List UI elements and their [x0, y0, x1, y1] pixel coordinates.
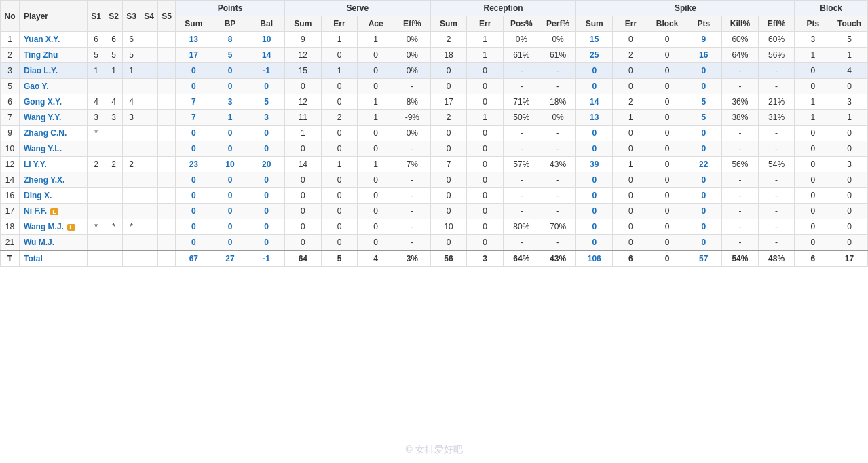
subheader-kill: Kill% [722, 16, 759, 32]
subheader-spk-pts: Pts [685, 16, 722, 32]
subheader-blk-pts: Pts [795, 16, 831, 32]
table-row: 12Li Y.Y.22223102014117%7057%43%39102256… [1, 157, 868, 172]
subheader-touch: Touch [831, 16, 868, 32]
table-row: 9Zhang C.N.*0001000%00--0000--00 [1, 126, 868, 141]
subheader-srv-eff: Eff% [394, 16, 431, 32]
header-reception: Reception [430, 1, 576, 16]
stats-table: No Player S1 S2 S3 S4 S5 Points Serve Re… [0, 0, 868, 267]
subheader-rec-err: Err [467, 16, 504, 32]
subheader-srv-err: Err [321, 16, 358, 32]
total-row: TTotal6727-164543%56364%43%106605754%48%… [1, 251, 868, 267]
table-row: 21Wu M.J.000000-00--0000--00 [1, 235, 868, 251]
table-row: 5Gao Y.000000-00--0000--00 [1, 79, 868, 94]
header-s2: S2 [105, 1, 123, 32]
table-row: 1Yuan X.Y.666138109110%210%0%1500960%60%… [1, 32, 868, 48]
subheader-ace: Ace [358, 16, 394, 32]
subheader-srv-sum: Sum [285, 16, 322, 32]
table-row: 18Wang M.J. L***000000-10080%70%0000--00 [1, 219, 868, 235]
subheader-pts-sum: Sum [176, 16, 212, 32]
subheader-pos: Pos% [504, 16, 540, 32]
table-row: 17Ni F.F. L000000-00--0000--00 [1, 204, 868, 219]
header-s4: S4 [140, 1, 158, 32]
header-points: Points [176, 1, 285, 16]
subheader-spk-sum: Sum [576, 16, 613, 32]
table-row: 3Diao L.Y.11100-115100%00--0000--04 [1, 63, 868, 79]
header-s3: S3 [123, 1, 140, 32]
table-row: 16Ding X.000000-00--0000--00 [1, 188, 868, 204]
header-no: No [1, 1, 20, 32]
table-row: 6Gong X.Y.44473512018%17071%18%1420536%2… [1, 94, 868, 110]
table-row: 10Wang Y.L.000000-00--0000--00 [1, 141, 868, 157]
header-player: Player [20, 1, 88, 32]
table-row: 14Zheng Y.X.000000-00--0000--00 [1, 172, 868, 188]
subheader-bp: BP [212, 16, 248, 32]
header-spike: Spike [576, 1, 795, 16]
subheader-blk: Block [649, 16, 685, 32]
header-serve: Serve [285, 1, 431, 16]
header-block: Block [795, 1, 868, 16]
subheader-perf: Perf% [540, 16, 576, 32]
subheader-spk-err: Err [613, 16, 649, 32]
table-row: 7Wang Y.Y.3337131121-9%2150%0%1310538%31… [1, 110, 868, 126]
subheader-rec-sum: Sum [430, 16, 467, 32]
header-s5: S5 [158, 1, 176, 32]
subheader-spk-eff: Eff% [758, 16, 795, 32]
subheader-bal: Bal [248, 16, 285, 32]
header-s1: S1 [88, 1, 105, 32]
table-row: 2Ting Zhu5551751412000%18161%61%25201664… [1, 48, 868, 63]
